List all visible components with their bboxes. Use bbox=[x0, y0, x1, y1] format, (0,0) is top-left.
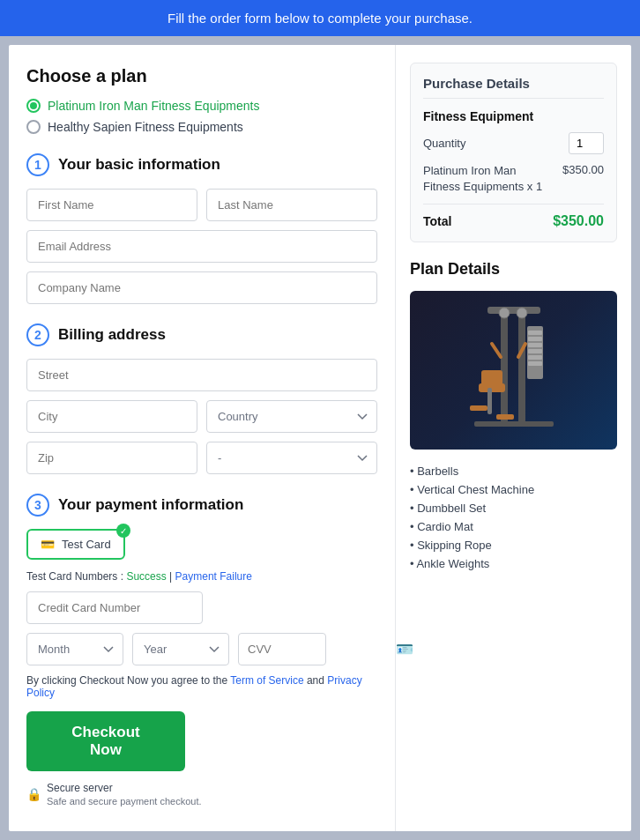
svg-rect-5 bbox=[528, 337, 542, 341]
checkout-button[interactable]: Checkout Now bbox=[26, 711, 185, 771]
success-link[interactable]: Success bbox=[126, 570, 169, 583]
section2-header: 2 Billing address bbox=[26, 323, 377, 346]
zip-state-row: - bbox=[26, 442, 377, 474]
section2-title: Billing address bbox=[58, 326, 166, 344]
svg-rect-11 bbox=[481, 370, 502, 388]
svg-rect-8 bbox=[528, 355, 542, 360]
secure-info: 🔒 Secure server Safe and secure payment … bbox=[26, 782, 377, 807]
street-input[interactable] bbox=[26, 359, 377, 391]
svg-rect-12 bbox=[487, 388, 492, 414]
plan-radio-selected bbox=[26, 99, 41, 113]
tos-link[interactable]: Term of Service bbox=[230, 674, 307, 687]
svg-rect-1 bbox=[518, 308, 525, 423]
cvv-wrapper: 🪪 bbox=[238, 633, 326, 665]
svg-rect-13 bbox=[470, 405, 487, 411]
svg-line-17 bbox=[492, 344, 501, 357]
credit-card-row bbox=[26, 591, 377, 624]
section1-header: 1 Your basic information bbox=[26, 153, 377, 176]
test-card-info: Test Card Numbers : Success | Payment Fa… bbox=[26, 570, 377, 583]
svg-rect-19 bbox=[474, 421, 554, 427]
plan-option-healthy[interactable]: Healthy Sapien Fitness Equipments bbox=[26, 120, 377, 134]
total-row: Total $350.00 bbox=[423, 213, 604, 229]
secure-sub: Safe and secure payment checkout. bbox=[47, 796, 202, 807]
city-input[interactable] bbox=[26, 400, 197, 433]
svg-rect-7 bbox=[528, 349, 542, 353]
section3-number: 3 bbox=[26, 494, 49, 517]
total-amount: $350.00 bbox=[553, 213, 604, 229]
purchase-details-title: Purchase Details bbox=[423, 76, 604, 99]
company-input[interactable] bbox=[26, 271, 377, 304]
card-check-icon: ✓ bbox=[116, 524, 130, 538]
item-name: Platinum Iron Man Fitness Equipments x 1 bbox=[423, 163, 555, 195]
company-row bbox=[26, 271, 377, 304]
month-select[interactable]: Month bbox=[26, 633, 123, 665]
card-tab-label: Test Card bbox=[62, 538, 111, 551]
banner-text: Fill the order form below to complete yo… bbox=[167, 11, 473, 26]
section1-title: Your basic information bbox=[58, 156, 220, 174]
email-input[interactable] bbox=[26, 230, 377, 263]
feature-0: Barbells bbox=[410, 462, 617, 480]
plan-details-title: Plan Details bbox=[410, 260, 617, 279]
item-row: Platinum Iron Man Fitness Equipments x 1… bbox=[423, 163, 604, 204]
feature-5: Ankle Weights bbox=[410, 554, 617, 573]
zip-input[interactable] bbox=[26, 442, 197, 474]
year-select[interactable]: Year bbox=[132, 633, 229, 665]
choose-plan-section: Choose a plan Platinum Iron Man Fitness … bbox=[26, 66, 377, 134]
street-row bbox=[26, 359, 377, 391]
choose-plan-title: Choose a plan bbox=[26, 66, 377, 86]
cvv-input[interactable] bbox=[248, 634, 396, 665]
equipment-image bbox=[410, 291, 617, 450]
svg-point-15 bbox=[499, 308, 510, 318]
plan-radio-unselected bbox=[26, 120, 41, 134]
secure-texts: Secure server Safe and secure payment ch… bbox=[47, 782, 202, 807]
first-name-input[interactable] bbox=[26, 189, 197, 221]
quantity-row: Quantity bbox=[423, 132, 604, 154]
plan-label-platinum: Platinum Iron Man Fitness Equipments bbox=[48, 99, 259, 113]
section2-number: 2 bbox=[26, 323, 49, 346]
terms-text1: By clicking Checkout Now you agree to th… bbox=[26, 674, 230, 687]
name-row bbox=[26, 189, 377, 221]
terms-text: By clicking Checkout Now you agree to th… bbox=[26, 674, 377, 699]
right-panel: Purchase Details Fitness Equipment Quant… bbox=[396, 45, 631, 831]
cvv-row: Month Year 🪪 bbox=[26, 633, 377, 665]
credit-card-icon: 💳 bbox=[41, 538, 55, 551]
quantity-label: Quantity bbox=[423, 137, 465, 150]
last-name-input[interactable] bbox=[206, 189, 377, 221]
fitness-label: Fitness Equipment bbox=[423, 109, 604, 123]
left-panel: Choose a plan Platinum Iron Man Fitness … bbox=[9, 45, 396, 831]
svg-rect-2 bbox=[487, 307, 540, 314]
credit-card-input[interactable] bbox=[26, 591, 203, 624]
card-tab[interactable]: 💳 Test Card ✓ bbox=[26, 529, 125, 560]
plan-label-healthy: Healthy Sapien Fitness Equipments bbox=[48, 120, 243, 134]
terms-text2: and bbox=[307, 674, 327, 687]
total-label: Total bbox=[423, 214, 451, 228]
features-list: Barbells Vertical Chest Machine Dumbbell… bbox=[410, 462, 617, 573]
secure-title: Secure server bbox=[47, 782, 202, 794]
feature-2: Dumbbell Set bbox=[410, 499, 617, 517]
feature-3: Cardio Mat bbox=[410, 517, 617, 536]
main-content: Choose a plan Platinum Iron Man Fitness … bbox=[9, 45, 631, 831]
section3-title: Your payment information bbox=[58, 496, 243, 514]
svg-rect-0 bbox=[501, 308, 508, 423]
top-banner: Fill the order form below to complete yo… bbox=[0, 0, 640, 36]
section1-number: 1 bbox=[26, 153, 49, 176]
plan-option-platinum[interactable]: Platinum Iron Man Fitness Equipments bbox=[26, 99, 377, 113]
lock-icon: 🔒 bbox=[26, 787, 41, 801]
svg-rect-9 bbox=[528, 361, 542, 366]
quantity-input[interactable] bbox=[569, 132, 604, 154]
item-price: $350.00 bbox=[562, 163, 604, 176]
section3-header: 3 Your payment information bbox=[26, 494, 377, 517]
city-country-row: Country bbox=[26, 400, 377, 433]
failure-link[interactable]: Payment Failure bbox=[175, 570, 252, 583]
feature-1: Vertical Chest Machine bbox=[410, 480, 617, 499]
svg-point-16 bbox=[517, 308, 527, 318]
test-card-label: Test Card Numbers : bbox=[26, 570, 123, 583]
purchase-details-box: Purchase Details Fitness Equipment Quant… bbox=[410, 63, 617, 242]
separator: | bbox=[169, 570, 172, 583]
page-wrapper: Fill the order form below to complete yo… bbox=[0, 0, 640, 840]
svg-rect-14 bbox=[496, 414, 514, 420]
feature-4: Skipping Rope bbox=[410, 536, 617, 554]
country-select[interactable]: Country bbox=[206, 400, 377, 433]
state-select[interactable]: - bbox=[206, 442, 377, 474]
email-row bbox=[26, 230, 377, 263]
